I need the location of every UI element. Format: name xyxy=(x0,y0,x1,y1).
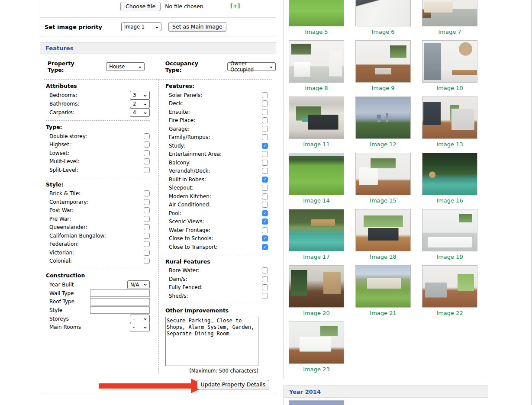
feature-checkbox[interactable]: ✓ xyxy=(262,244,268,250)
image-link[interactable]: Image 7 xyxy=(422,29,477,35)
construction-rows: Year BuiltN/A⌄Wall TypeRoof TypeStyleSto… xyxy=(46,280,150,331)
image-link[interactable]: Image 18 xyxy=(355,254,411,260)
feature-checkbox[interactable] xyxy=(262,109,268,115)
attribute-select[interactable]: 3⌄ xyxy=(130,91,150,100)
feature-checkbox[interactable] xyxy=(262,202,268,208)
image-link[interactable]: Image 21 xyxy=(355,310,411,316)
construction-select[interactable]: -⌄ xyxy=(130,323,150,331)
image-link[interactable]: Image 20 xyxy=(289,310,344,316)
attribute-select[interactable]: 4⌄ xyxy=(130,108,150,117)
construction-text-input[interactable] xyxy=(90,306,150,314)
type-checkbox[interactable] xyxy=(144,158,150,164)
set-as-main-image-button[interactable]: Set as Main Image xyxy=(168,22,226,32)
style-checkbox[interactable] xyxy=(144,250,150,256)
property-photo-thumbnail[interactable] xyxy=(422,0,477,26)
rural-feature-checkbox[interactable] xyxy=(262,267,268,273)
construction-text-input[interactable] xyxy=(90,298,150,305)
construction-select[interactable]: -⌄ xyxy=(130,315,150,323)
style-checkbox[interactable] xyxy=(144,233,150,239)
feature-checkbox[interactable]: ✓ xyxy=(262,177,268,183)
feature-checkbox[interactable]: ✓ xyxy=(262,235,268,241)
feature-checkbox[interactable] xyxy=(262,227,268,233)
choose-file-button[interactable]: Choose file xyxy=(120,2,161,11)
feature-checkbox[interactable] xyxy=(262,126,268,132)
type-checkbox[interactable] xyxy=(144,150,150,156)
style-checkbox[interactable] xyxy=(144,190,150,196)
type-checkbox[interactable] xyxy=(144,133,150,139)
property-photo-thumbnail[interactable] xyxy=(289,0,344,26)
image-priority-select[interactable]: Image 1 ⌄ xyxy=(121,22,161,31)
image-link[interactable]: Image 12 xyxy=(355,141,411,148)
style-checkbox[interactable] xyxy=(144,241,150,247)
property-photo-thumbnail[interactable] xyxy=(422,153,477,195)
feature-checkbox[interactable] xyxy=(262,134,268,140)
image-link[interactable]: Image 8 xyxy=(289,85,344,91)
image-priority-value: Image 1 xyxy=(124,24,145,30)
property-photo-thumbnail[interactable] xyxy=(422,96,477,139)
rural-feature-checkbox[interactable] xyxy=(262,284,268,290)
add-image-link[interactable]: [+] xyxy=(230,2,240,9)
rural-feature-checkbox[interactable] xyxy=(262,293,268,299)
property-photo-thumbnail[interactable] xyxy=(289,40,344,83)
image-link[interactable]: Image 6 xyxy=(355,29,411,35)
feature-checkbox[interactable]: ✓ xyxy=(262,219,268,225)
property-photo-thumbnail[interactable] xyxy=(355,0,411,26)
property-photo-thumbnail[interactable] xyxy=(289,321,344,364)
property-photo-thumbnail[interactable] xyxy=(422,265,477,308)
style-checkbox[interactable] xyxy=(144,216,150,222)
feature-checkbox[interactable]: ✓ xyxy=(262,210,268,216)
image-link[interactable]: Image 9 xyxy=(355,85,411,91)
feature-checkbox[interactable]: ✓ xyxy=(262,143,268,149)
image-link[interactable]: Image 5 xyxy=(289,29,344,35)
property-photo-thumbnail[interactable] xyxy=(355,209,411,251)
image-link[interactable]: Image 15 xyxy=(355,197,411,204)
image-link[interactable]: Image 14 xyxy=(289,197,344,204)
property-photo-thumbnail[interactable] xyxy=(422,209,477,251)
update-property-details-button[interactable]: Update Property Details xyxy=(197,380,269,389)
image-link[interactable]: Image 16 xyxy=(422,197,477,204)
property-type-select[interactable]: House ⌄ xyxy=(106,62,144,71)
property-photo-thumbnail[interactable] xyxy=(289,265,344,308)
other-improvements-textarea[interactable]: Secure Parking, Close to Shops, Alarm Sy… xyxy=(165,317,258,366)
feature-checkbox[interactable] xyxy=(262,151,268,157)
property-photo-thumbnail[interactable] xyxy=(289,153,344,195)
attribute-select[interactable]: 2⌄ xyxy=(130,100,150,108)
rural-feature-checkbox[interactable] xyxy=(262,276,268,282)
type-checkbox[interactable] xyxy=(144,167,150,173)
type-checkbox[interactable] xyxy=(144,141,150,148)
style-checkbox[interactable] xyxy=(144,224,150,230)
red-arrow-annotation xyxy=(99,379,207,393)
occupancy-type-select[interactable]: Owner Occupied ⌄ xyxy=(227,62,276,71)
style-checkbox[interactable] xyxy=(144,258,150,264)
feature-checkbox[interactable] xyxy=(262,92,268,98)
property-photo-thumbnail[interactable] xyxy=(355,40,411,83)
image-link[interactable]: Image 19 xyxy=(422,254,477,260)
construction-select[interactable]: N/A⌄ xyxy=(127,280,150,289)
feature-checkbox[interactable] xyxy=(262,185,268,191)
feature-checkbox[interactable] xyxy=(262,117,268,123)
property-photo-thumbnail[interactable] xyxy=(355,153,411,195)
construction-text-input[interactable] xyxy=(90,289,150,297)
feature-row: Fire Place: xyxy=(165,116,268,125)
image-link[interactable]: Image 11 xyxy=(289,141,344,148)
construction-label: Year Built xyxy=(46,282,74,288)
feature-checkbox[interactable] xyxy=(262,160,268,166)
property-photo-thumbnail[interactable] xyxy=(289,96,344,139)
image-link[interactable]: Image 23 xyxy=(289,366,344,373)
style-checkbox[interactable] xyxy=(144,207,150,213)
section-divider xyxy=(46,178,150,178)
image-link[interactable]: Image 22 xyxy=(422,310,477,316)
feature-checkbox[interactable] xyxy=(262,193,268,199)
style-checkbox[interactable] xyxy=(144,199,150,205)
property-photo-thumbnail[interactable] xyxy=(422,40,477,83)
page: Choose file No file chosen [+] Set image… xyxy=(0,0,532,405)
property-photo-thumbnail[interactable] xyxy=(289,400,344,405)
image-link[interactable]: Image 17 xyxy=(289,254,344,260)
image-link[interactable]: Image 13 xyxy=(422,141,477,148)
property-photo-thumbnail[interactable] xyxy=(355,96,411,139)
property-photo-thumbnail[interactable] xyxy=(289,209,344,251)
feature-checkbox[interactable] xyxy=(262,100,268,106)
property-photo-thumbnail[interactable] xyxy=(355,265,411,308)
image-link[interactable]: Image 10 xyxy=(422,85,477,91)
feature-checkbox[interactable] xyxy=(262,168,268,174)
